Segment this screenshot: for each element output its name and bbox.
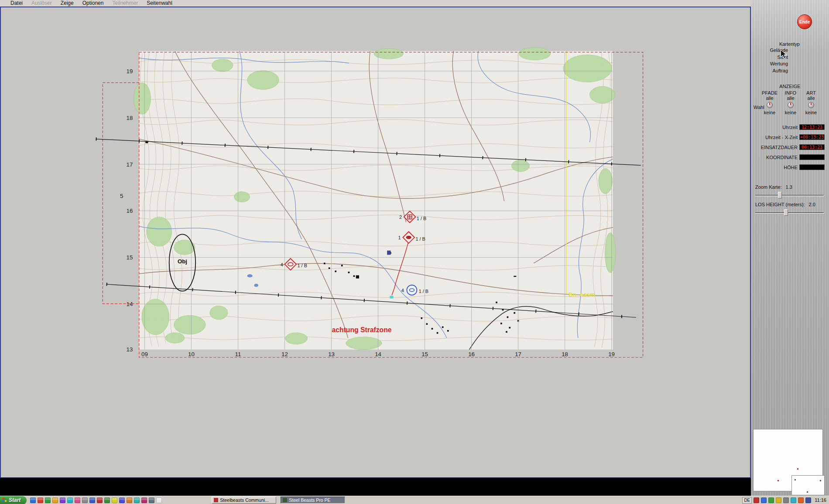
- mini-marker: [795, 479, 796, 480]
- quicklaunch-icon[interactable]: [82, 497, 88, 503]
- quicklaunch-icon[interactable]: [104, 497, 110, 503]
- map-type-title: Kartentyp: [751, 41, 800, 47]
- art-keine-option[interactable]: keine: [801, 110, 822, 115]
- language-indicator[interactable]: DE: [742, 497, 752, 504]
- waypoint-marker[interactable]: [387, 251, 391, 255]
- unit-designation: 1 / B: [417, 216, 426, 221]
- grid-col-label: 12: [281, 351, 288, 358]
- map-canvas[interactable]: Obj 2 1 / B 1 1 / B 4 1 / B: [1, 7, 750, 477]
- taskbar-clock[interactable]: 11:16: [815, 497, 826, 503]
- grid-col-label: 16: [468, 351, 475, 358]
- zoom-karte-slider[interactable]: [755, 192, 824, 199]
- quicklaunch-icon[interactable]: [97, 497, 103, 503]
- grid-row-label: 17: [127, 161, 133, 168]
- overview-marker: [778, 480, 779, 481]
- menu-seitenwahl[interactable]: Seitenwahl: [142, 0, 177, 7]
- grid-row-label: 15: [127, 254, 133, 261]
- map-window: Obj 2 1 / B 1 1 / B 4 1 / B: [0, 7, 751, 478]
- los-height-slider[interactable]: [755, 209, 824, 216]
- quicklaunch-icon[interactable]: [75, 497, 80, 503]
- map-type-option-wertung[interactable]: Wertung: [751, 61, 788, 68]
- art-alle-option[interactable]: alle: [801, 95, 822, 101]
- quicklaunch-icon[interactable]: [119, 497, 125, 503]
- pfade-keine-option[interactable]: keine: [759, 110, 780, 115]
- app-icon: [283, 498, 287, 502]
- x-zeit-display: +00:13:23: [799, 134, 825, 140]
- quicklaunch-icon[interactable]: [38, 497, 43, 503]
- tray-icon[interactable]: [776, 497, 781, 503]
- task-button-steel-beasts-pro[interactable]: Steel Beasts Pro PE: [281, 497, 345, 504]
- tray-icon[interactable]: [798, 497, 804, 503]
- quicklaunch-icon[interactable]: [60, 497, 65, 503]
- los-height-row: LOS HEIGHT (meters):2.0: [755, 202, 815, 207]
- anzeige-column-art: ART alle keine: [801, 90, 822, 115]
- zoom-slider-thumb[interactable]: [778, 192, 782, 198]
- mini-marker: [807, 491, 808, 493]
- readout-x-zeit: Uhrzeit - X-Zeit +00:13:23: [765, 134, 825, 140]
- quicklaunch-icon[interactable]: [45, 497, 51, 503]
- task-button-steelbeasts-community[interactable]: Steelbeasts Communi...: [212, 497, 276, 504]
- quicklaunch-icon[interactable]: [127, 497, 132, 503]
- quicklaunch-icon[interactable]: [149, 497, 154, 503]
- tray-icon[interactable]: [783, 497, 789, 503]
- map-type-option-auftrag[interactable]: Auftrag: [751, 68, 788, 75]
- selected-position-marker[interactable]: [390, 296, 393, 299]
- quicklaunch-icon[interactable]: [141, 497, 147, 503]
- grid-col-label: 09: [141, 351, 148, 358]
- tray-icon[interactable]: [754, 497, 759, 503]
- quick-launch: [27, 497, 206, 503]
- start-button-label: Start: [9, 497, 21, 503]
- grid-row-label: 13: [127, 346, 133, 353]
- menu-optionen[interactable]: Optionen: [78, 0, 108, 7]
- unit-designation: 1 / B: [298, 263, 307, 268]
- los-slider-thumb[interactable]: [784, 209, 788, 216]
- einsatzdauer-display: 00:13:23: [799, 144, 825, 150]
- grid-row-label: 16: [127, 208, 133, 214]
- zoom-slider-track: [755, 195, 824, 196]
- unit-designation: 1 / B: [419, 289, 428, 294]
- wahl-label: Wahl: [754, 105, 764, 110]
- pfade-knob-icon[interactable]: [767, 102, 773, 108]
- menu-datei[interactable]: Datei: [6, 0, 27, 7]
- quicklaunch-icon[interactable]: [156, 497, 162, 503]
- unit-designation: 1 / B: [415, 236, 425, 242]
- hoehe-display: [799, 164, 825, 170]
- end-button-label: Ende: [799, 20, 810, 24]
- mouse-cursor-icon: [781, 50, 788, 60]
- anzeige-column-pfade: PFADE alle keine: [759, 90, 780, 115]
- menu-teilnehmer: Teilnehmer: [108, 0, 142, 7]
- menu-zeige[interactable]: Zeige: [56, 0, 78, 7]
- region-label: Bn_Assm: [569, 291, 595, 298]
- info-knob-icon[interactable]: [788, 102, 794, 108]
- grid-col-label: 18: [562, 351, 568, 358]
- readout-hoehe: HÖHE: [784, 164, 825, 170]
- info-alle-option[interactable]: alle: [780, 95, 801, 101]
- quicklaunch-icon[interactable]: [52, 497, 58, 503]
- quicklaunch-icon[interactable]: [112, 497, 117, 503]
- art-header: ART: [801, 90, 822, 95]
- einsatzdauer-label: EINSATZDAUER: [761, 145, 798, 150]
- tray-icon[interactable]: [761, 497, 767, 503]
- objective-label: Obj: [178, 258, 187, 265]
- overview-marker: [797, 468, 798, 470]
- penalty-zone-warning: achtung Strafzone: [332, 326, 392, 334]
- grid-row-label: 19: [127, 68, 133, 75]
- quicklaunch-icon[interactable]: [30, 497, 36, 503]
- tray-icon[interactable]: [805, 497, 811, 503]
- tray-icon[interactable]: [791, 497, 796, 503]
- uhrzeit-display: 12:13:23: [799, 124, 825, 130]
- grid-col-label: 13: [328, 351, 335, 358]
- quicklaunch-icon[interactable]: [134, 497, 140, 503]
- quicklaunch-icon[interactable]: [89, 497, 95, 503]
- pfade-header: PFADE: [759, 90, 780, 95]
- anzeige-title: ANZEIGE: [751, 84, 829, 89]
- pfade-alle-option[interactable]: alle: [759, 95, 780, 101]
- quicklaunch-icon[interactable]: [67, 497, 73, 503]
- art-knob-icon[interactable]: [808, 102, 814, 108]
- los-slider-track: [755, 212, 824, 214]
- anzeige-column-info: INFO alle keine: [780, 90, 801, 115]
- tray-icon[interactable]: [768, 497, 774, 503]
- info-keine-option[interactable]: keine: [780, 110, 801, 115]
- end-button[interactable]: Ende: [797, 14, 812, 29]
- start-button[interactable]: Start: [0, 496, 27, 504]
